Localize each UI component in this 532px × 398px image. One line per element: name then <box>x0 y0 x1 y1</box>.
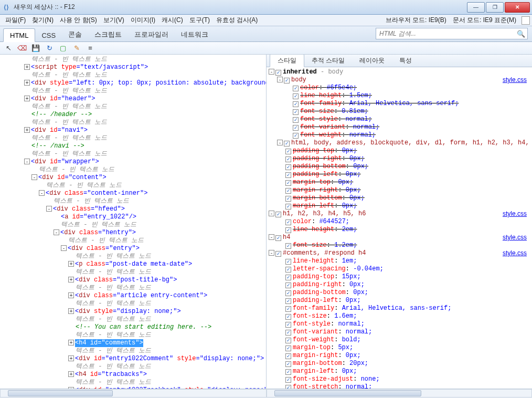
css-prop[interactable]: ✓font-family: Arial, Helvetica, sans-ser… <box>269 305 530 312</box>
checkbox-icon[interactable]: ✓ <box>293 93 299 99</box>
checkbox-icon[interactable]: ✓ <box>285 298 291 304</box>
menu-validate[interactable]: 유효성 검사(A) <box>213 15 261 26</box>
rule-comments-respond[interactable]: -✓#comments, #respond h4style.css <box>269 249 530 257</box>
expand-icon[interactable]: + <box>68 387 74 389</box>
source-link[interactable]: style.css <box>503 249 527 257</box>
css-prop[interactable]: ✓margin-top: 5px; <box>269 344 530 352</box>
checkbox-icon[interactable]: ✓ <box>285 322 291 328</box>
checkbox-icon[interactable]: ✓ <box>293 125 299 131</box>
rtab-attrib[interactable]: 특성 <box>392 55 419 67</box>
save-icon[interactable]: 💾 <box>30 43 41 54</box>
css-prop[interactable]: ✓margin-left: 0px; <box>269 368 530 375</box>
css-prop[interactable]: ✓margin-right: 0px; <box>269 186 530 194</box>
clear-icon[interactable]: ⌫ <box>17 43 27 54</box>
css-prop[interactable]: ✓margin-left: 0px; <box>269 202 530 210</box>
edit-icon[interactable]: ✎ <box>71 43 82 54</box>
checkbox-icon[interactable]: ✓ <box>285 164 291 170</box>
rule-h4[interactable]: -✓h4style.css <box>269 234 530 242</box>
expand-icon[interactable]: + <box>68 261 74 267</box>
dom-node[interactable]: -<div class="hfeed"> <box>2 205 266 213</box>
collapse-icon[interactable]: - <box>269 69 274 75</box>
expand-icon[interactable]: + <box>68 292 74 298</box>
menu-file[interactable]: 파일(F) <box>2 15 29 26</box>
menu-tools[interactable]: 도구(T) <box>186 15 213 26</box>
checkbox-icon[interactable]: ✓ <box>275 212 281 217</box>
css-prop[interactable]: ✓letter-spacing: -0.04em; <box>269 265 530 273</box>
checkbox-icon[interactable]: ✓ <box>293 133 299 139</box>
css-prop[interactable]: ✓font-variant: normal; <box>269 123 530 131</box>
tab-console[interactable]: 콘솔 <box>62 27 88 41</box>
checkbox-icon[interactable]: ✓ <box>284 78 290 83</box>
css-prop[interactable]: ✓margin-right: 0px; <box>269 352 530 360</box>
menu-document-mode[interactable]: 문서 모드: IE9 표준(M) <box>450 15 519 26</box>
dom-node[interactable]: -<div id="content"> <box>2 174 266 182</box>
checkbox-icon[interactable]: ✓ <box>285 338 291 343</box>
dom-node[interactable]: -<div id="wrapper"> <box>2 158 266 166</box>
checkbox-icon[interactable]: ✓ <box>285 290 291 296</box>
dom-node[interactable]: +<div id="navi"> <box>2 127 266 134</box>
checkbox-icon[interactable]: ✓ <box>285 385 291 389</box>
close-button[interactable]: ✕ <box>505 2 530 13</box>
collapse-icon[interactable]: - <box>46 206 52 212</box>
collapse-icon[interactable]: - <box>277 77 283 82</box>
checkbox-icon[interactable]: ✓ <box>285 267 291 273</box>
menu-cache[interactable]: 캐시(C) <box>158 15 186 26</box>
css-prop[interactable]: ✓padding-right: 0px; <box>269 155 530 163</box>
style-rules[interactable]: -✓inherited - body -✓bodystyle.css ✓colo… <box>267 67 532 389</box>
right-scrollbar[interactable] <box>267 389 532 397</box>
expand-icon[interactable]: + <box>68 355 74 361</box>
html-search-input[interactable] <box>378 29 517 38</box>
left-scrollbar[interactable] <box>0 389 267 397</box>
checkbox-icon[interactable]: ✓ <box>293 86 299 91</box>
menu-image[interactable]: 이미지(I) <box>127 15 158 26</box>
dom-node[interactable]: +<div class="article entry-content"> <box>2 292 266 300</box>
rtab-trace[interactable]: 추적 스타일 <box>304 55 352 67</box>
collapse-icon[interactable]: - <box>54 229 59 235</box>
expand-icon[interactable]: + <box>24 96 30 101</box>
source-link[interactable]: style.css <box>503 234 527 242</box>
checkbox-icon[interactable]: ✓ <box>285 314 291 320</box>
pin-icon[interactable] <box>522 16 530 25</box>
dom-node[interactable]: <a id="entry_1022"/> <box>2 213 266 221</box>
checkbox-icon[interactable]: ✓ <box>293 101 299 107</box>
html-search-box[interactable]: 🔍 <box>376 28 528 39</box>
minimize-button[interactable]: — <box>467 2 485 13</box>
checkbox-icon[interactable]: ✓ <box>285 275 291 280</box>
checkbox-icon[interactable]: ✓ <box>285 180 291 186</box>
scrollbar-thumb[interactable] <box>274 390 421 396</box>
collapse-icon[interactable]: - <box>269 250 274 256</box>
checkbox-icon[interactable]: ✓ <box>285 172 291 178</box>
menu-browser-mode[interactable]: 브라우저 모드: IE9(B) <box>382 15 450 26</box>
dom-tree-panel[interactable]: 텍스트 - 빈 텍스트 노드 +<script type="text/javas… <box>0 55 267 389</box>
css-prop[interactable]: ✓font-family: Arial, Helvetica, sans-ser… <box>269 100 530 108</box>
collapse-icon[interactable]: - <box>61 245 67 251</box>
refresh-icon[interactable]: ↻ <box>44 43 55 54</box>
css-prop[interactable]: ✓font-stretch: normal; <box>269 383 530 389</box>
expand-icon[interactable]: + <box>68 308 74 314</box>
collapse-icon[interactable]: - <box>24 159 30 164</box>
menu-view[interactable]: 보기(V) <box>100 15 127 26</box>
css-prop[interactable]: ✓padding-right: 0px; <box>269 281 530 289</box>
css-prop[interactable]: ✓padding-bottom: 0px; <box>269 163 530 171</box>
checkbox-icon[interactable]: ✓ <box>285 243 291 249</box>
element-icon[interactable]: ▢ <box>58 43 68 54</box>
checkbox-icon[interactable]: ✓ <box>285 377 291 383</box>
dom-node[interactable]: +<div id="entry1022Comment" style="displ… <box>2 355 266 363</box>
checkbox-icon[interactable]: ✓ <box>285 156 291 162</box>
css-prop[interactable]: ✓font-size: 0.81em; <box>269 108 530 116</box>
tab-css[interactable]: CSS <box>35 29 62 41</box>
checkbox-icon[interactable]: ✓ <box>285 188 291 194</box>
search-icon[interactable]: 🔍 <box>517 30 525 38</box>
tab-profiler[interactable]: 프로파일러 <box>128 27 175 41</box>
checkbox-icon[interactable]: ✓ <box>285 204 291 210</box>
css-prop[interactable]: ✓color: #6f5e4e; <box>269 84 530 92</box>
dom-node[interactable]: +<div style="left: 0px; top: 0px; positi… <box>2 79 266 87</box>
rtab-style[interactable]: 스타일 <box>270 55 304 67</box>
css-prop[interactable]: ✓color: #644527; <box>269 218 530 226</box>
checkbox-icon[interactable]: ✓ <box>285 149 291 154</box>
rule-body[interactable]: -✓bodystyle.css <box>269 76 530 84</box>
css-prop[interactable]: ✓padding-top: 15px; <box>269 273 530 281</box>
checkbox-icon[interactable]: ✓ <box>285 259 291 265</box>
dom-node[interactable]: +<div class="post-title-bg"> <box>2 276 266 284</box>
source-link[interactable]: style.css <box>503 76 527 84</box>
